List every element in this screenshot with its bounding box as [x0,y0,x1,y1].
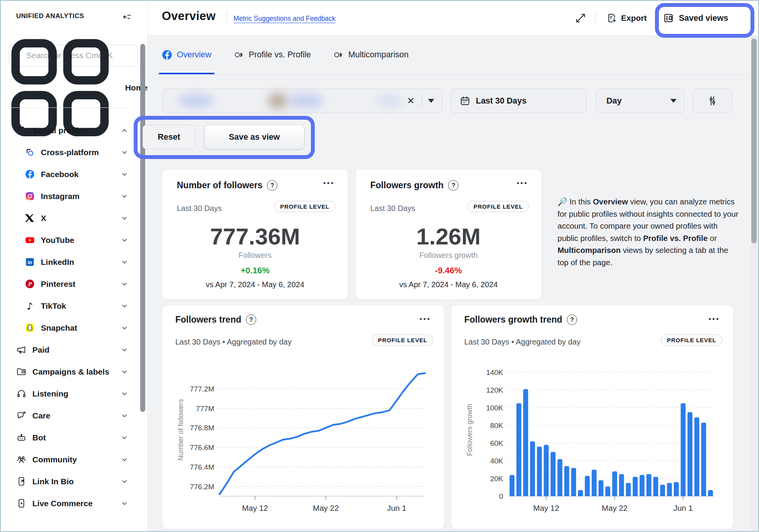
sidebar-item-campaigns-labels[interactable]: Campaigns & labels [1,361,148,383]
chevron-down-icon[interactable] [121,214,128,222]
chevron-down-icon[interactable] [121,434,128,442]
sidebar-item-listening[interactable]: Listening [1,383,148,405]
sidebar-item-community[interactable]: Community [1,448,148,470]
export-button[interactable]: Export [606,11,647,25]
tab-label: Profile vs. Profile [249,50,311,60]
kpi-card-followers-growth: Followers growth ? ••• Last 30 Days PROF… [355,169,542,300]
svg-text:Followers growth: Followers growth [466,403,474,456]
chevron-down-icon[interactable] [121,412,128,420]
help-icon[interactable]: ? [567,315,577,325]
card-menu-icon[interactable]: ••• [420,315,431,323]
chevron-down-icon[interactable] [121,500,128,507]
sidebar-item-paid[interactable]: Paid [1,339,148,361]
card-menu-icon[interactable]: ••• [517,179,528,187]
chevron-down-icon[interactable] [121,280,128,288]
sidebar-scrollbar[interactable] [140,44,145,412]
kpi-delta: -9.46% [356,266,541,276]
tab-multicomparison[interactable]: Multicomparison [333,35,409,74]
chevron-down-icon[interactable] [121,456,128,463]
profile-level-badge: PROFILE LEVEL [274,201,336,212]
chevron-down-icon[interactable] [121,171,128,178]
date-range-picker[interactable]: Last 30 Days [451,89,586,113]
chevron-down-icon[interactable] [121,324,128,332]
chevron-down-icon[interactable] [121,368,128,376]
sidebar-item-bot[interactable]: Bot [1,427,148,448]
svg-text:140K: 140K [486,368,504,376]
phone-link-icon [16,476,27,487]
chevron-down-icon[interactable] [121,192,128,200]
chevron-down-icon[interactable] [121,236,128,244]
app-window: UNIFIED ANALYTICS Home S [0,0,759,532]
bar-chart-svg: 020K40K60K80K100K120K140KMay 12May 22Jun… [464,354,721,525]
collapse-sidebar-button[interactable] [121,11,133,23]
tab-profile-vs-profile[interactable]: Profile vs. Profile [234,35,311,74]
metric-settings-button[interactable] [692,89,732,113]
svg-text:in: in [28,259,32,265]
saved-views-button[interactable]: Saved views [663,8,728,28]
sidebar-item-facebook[interactable]: Facebook [1,163,148,185]
fullscreen-button[interactable] [575,12,586,24]
svg-text:100K: 100K [486,404,504,412]
help-icon[interactable]: ? [267,180,277,191]
card-menu-icon[interactable]: ••• [709,315,720,323]
robot-icon [16,432,27,443]
sidebar-item-linkedin[interactable]: in LinkedIn [1,251,148,273]
svg-text:May 22: May 22 [313,504,339,512]
sidebar-item-pinterest[interactable]: P Pinterest [1,273,148,295]
export-icon [606,13,617,23]
chevron-down-icon[interactable] [121,149,128,156]
sidebar-item-social-profiles[interactable]: Social profiles [1,119,148,141]
sidebar-item-care[interactable]: Care [1,405,148,427]
card-title: Followers growth ? [370,180,458,191]
reset-button[interactable]: Reset [143,125,195,149]
brand-logo: UNIFIED ANALYTICS [16,12,84,20]
chevron-down-icon[interactable] [121,390,128,398]
kpi-delta: +0.16% [162,266,348,276]
svg-text:120K: 120K [486,386,504,394]
sidebar-item-link-in-bio[interactable]: Link In Bio [1,470,148,492]
blurred-profile-chip [287,94,324,108]
kpi-compare-period: vs Apr 7, 2024 - May 6, 2024 [162,280,348,289]
sidebar-item-live-commerce[interactable]: Live Commerce [1,492,148,514]
calendar-icon [460,95,470,106]
card-title: Followers growth trend ? [464,315,577,325]
profile-selector[interactable]: ✕ [163,89,442,113]
sidebar-item-youtube[interactable]: YouTube [1,229,148,251]
svg-text:Number of followers: Number of followers [177,399,185,460]
card-subtitle: Last 30 Days • Aggregated by day [175,338,292,346]
clear-selection-icon[interactable]: ✕ [407,95,421,106]
card-menu-icon[interactable]: ••• [323,179,335,187]
main-scrollbar-thumb[interactable] [751,38,757,243]
sidebar-item-instagram[interactable]: Instagram [1,185,148,207]
card-title: Followers trend ? [175,315,256,325]
chevron-down-icon[interactable] [428,99,434,103]
chevron-down-icon[interactable] [121,258,128,266]
svg-text:776.4M: 776.4M [190,463,214,471]
help-icon[interactable]: ? [448,180,458,191]
chevron-down-icon[interactable] [121,478,128,485]
sidebar-item-cross-platform[interactable]: Cross-platform [1,141,148,163]
svg-text:776.6M: 776.6M [190,443,214,452]
followers-growth-trend-card: Followers growth trend ? ••• Last 30 Day… [451,305,734,529]
svg-text:40K: 40K [490,457,503,465]
page-title: Overview [162,9,215,23]
sidebar-divider [8,107,130,108]
flag-icon [16,125,27,136]
page-header: Overview Metric Suggestions and Feedback… [148,1,759,35]
sidebar-item-snapchat[interactable]: Snapchat [1,317,148,339]
chevron-up-icon[interactable] [121,127,128,134]
save-as-view-button[interactable]: Save as view [204,125,304,149]
chevron-down-icon[interactable] [121,346,128,354]
pinterest-icon: P [25,279,35,289]
granularity-select[interactable]: Day [596,89,685,113]
chevron-down-icon[interactable] [121,302,128,310]
svg-text:60K: 60K [490,439,503,447]
comparison-icon [234,50,244,60]
granularity-label: Day [606,96,621,106]
help-icon[interactable]: ? [246,315,256,325]
sidebar-item-x[interactable]: X [1,207,148,229]
tab-overview[interactable]: Overview [162,35,212,74]
sidebar-item-tiktok[interactable]: ♪ TikTok [1,295,148,317]
metric-suggestions-link[interactable]: Metric Suggestions and Feedback [233,15,336,23]
sidebar-item-home[interactable]: Home [1,77,148,99]
